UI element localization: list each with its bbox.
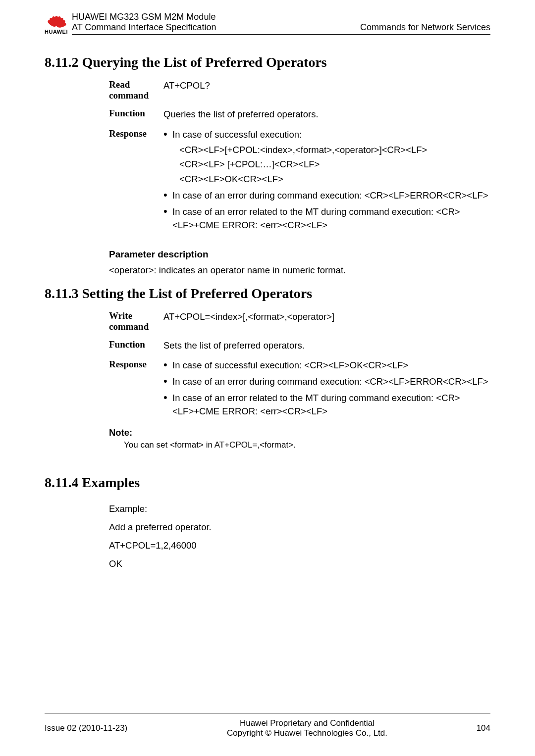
footer-proprietary: Huawei Proprietary and Confidential [154, 718, 461, 728]
heading-8-11-3: 8.11.3 Setting the List of Preferred Ope… [45, 286, 490, 302]
response-success: In case of successful execution: <CR><LF… [172, 359, 490, 372]
function-label: Function [109, 108, 163, 121]
module-title: HUAWEI MG323 GSM M2M Module [72, 12, 215, 22]
example-line: AT+CPOL=1,2,46000 [109, 536, 490, 554]
spec-title: AT Command Interface Specification [72, 22, 216, 33]
response-body: • In case of successful execution: <CR><… [163, 128, 490, 234]
write-command-label: Write command [109, 310, 163, 332]
page-content: 8.11.2 Querying the List of Preferred Op… [0, 35, 535, 573]
page-footer: Issue 02 (2010-11-23) Huawei Proprietary… [45, 713, 490, 738]
response-body: • In case of successful execution: <CR><… [163, 359, 490, 420]
footer-issue: Issue 02 (2010-11-23) [45, 723, 154, 733]
read-command-value: AT+CPOL? [163, 79, 490, 101]
response-label: Response [109, 128, 163, 234]
function-text: Queries the list of preferred operators. [163, 108, 490, 121]
example-block: Example: Add a preferred operator. AT+CP… [109, 500, 490, 573]
bullet-icon: • [163, 392, 172, 418]
response-error: In case of an error during command execu… [172, 375, 490, 389]
response-success: In case of successful execution: [172, 128, 490, 142]
logo-icon [46, 12, 67, 30]
bullet-icon: • [163, 359, 172, 372]
response-line: <CR><LF>[+CPOL:<index>,<format>,<operato… [163, 144, 490, 157]
response-error: In case of an error during command execu… [172, 189, 490, 202]
read-command-label: Read command [109, 79, 163, 101]
example-line: Example: [109, 500, 490, 518]
bullet-icon: • [163, 205, 172, 232]
parameter-heading: Parameter description [109, 249, 490, 260]
huawei-logo: HUAWEI [45, 12, 68, 35]
footer-center: Huawei Proprietary and Confidential Copy… [154, 718, 461, 738]
page-header: HUAWEI HUAWEI MG323 GSM M2M Module AT Co… [0, 0, 535, 35]
response-line: <CR><LF> [+CPOL:…]<CR><LF> [163, 158, 490, 171]
write-command-value: AT+CPOL=<index>[,<format>,<operator>] [163, 310, 490, 332]
parameter-text: <operator>: indicates an operator name i… [109, 265, 490, 276]
footer-copyright: Copyright © Huawei Technologies Co., Ltd… [154, 728, 461, 738]
bullet-icon: • [163, 375, 172, 389]
response-mt-error: In case of an error related to the MT du… [172, 392, 490, 418]
footer-page: 104 [461, 723, 490, 733]
note-label: Note: [109, 427, 490, 438]
response-line: <CR><LF>OK<CR><LF> [163, 173, 490, 186]
section-right: Commands for Network Services [360, 22, 490, 33]
heading-8-11-2: 8.11.2 Querying the List of Preferred Op… [45, 54, 490, 70]
function-text: Sets the list of preferred operators. [163, 339, 490, 353]
heading-8-11-4: 8.11.4 Examples [45, 475, 490, 491]
bullet-icon: • [163, 189, 172, 202]
note-text: You can set <format> in AT+CPOL=,<format… [124, 440, 490, 450]
bullet-icon: • [163, 128, 172, 142]
function-label: Function [109, 339, 163, 353]
response-mt-error: In case of an error related to the MT du… [172, 205, 490, 232]
example-line: Add a preferred operator. [109, 518, 490, 536]
response-label: Response [109, 359, 163, 420]
example-line: OK [109, 554, 490, 573]
